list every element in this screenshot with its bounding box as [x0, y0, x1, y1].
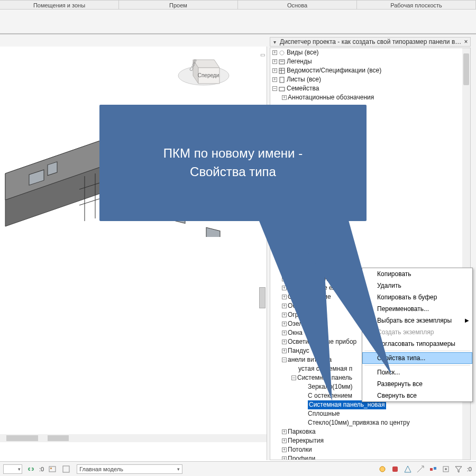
menu-type-properties[interactable]: Свойства типа... [362, 352, 472, 364]
tree-node[interactable]: Несущие ко ны [288, 274, 333, 283]
expand-icon[interactable]: + [272, 50, 277, 55]
tree-node[interactable]: Профили [288, 454, 315, 460]
status-icon[interactable] [442, 465, 450, 473]
menu-separator [364, 351, 470, 351]
expand-icon[interactable]: + [282, 429, 287, 434]
expand-icon[interactable]: + [282, 241, 287, 245]
viewcube-front-label: Спереди [198, 72, 219, 78]
editable-icon[interactable] [61, 464, 71, 474]
expand-icon[interactable]: + [282, 447, 287, 452]
menu-delete[interactable]: Удалить [362, 280, 472, 291]
tree-node[interactable]: Зеркало(10мм) [308, 382, 352, 391]
expand-icon[interactable]: + [282, 304, 287, 308]
menu-match-types[interactable]: Согласовать типоразмеры [362, 338, 472, 350]
menu-collapse-all[interactable]: Свернуть все [362, 390, 472, 401]
expand-icon[interactable]: + [282, 322, 287, 326]
svg-point-21 [280, 51, 284, 55]
expand-icon[interactable]: + [282, 456, 287, 460]
expand-icon[interactable]: + [272, 59, 277, 64]
tree-node[interactable]: Крыш [288, 248, 305, 257]
menu-copy[interactable]: Копировать [362, 268, 472, 280]
expand-icon[interactable]: + [282, 340, 287, 344]
panel-options-dropdown[interactable]: ▾ [270, 39, 279, 45]
schedule-icon [278, 67, 286, 75]
status-icon[interactable] [416, 465, 425, 473]
svg-rect-24 [279, 68, 285, 74]
expand-icon[interactable]: + [282, 295, 287, 299]
expand-icon[interactable]: + [282, 95, 287, 100]
tree-node[interactable]: Обобщенные ели [288, 283, 340, 292]
panel-title-text: Диспетчер проекта - как создать свой тип… [279, 38, 462, 45]
tree-node-curtain-panels[interactable]: анели витража [288, 355, 332, 364]
expand-icon[interactable]: + [272, 77, 277, 82]
collapse-icon[interactable]: – [282, 358, 287, 362]
expand-icon[interactable]: + [282, 313, 287, 317]
tree-node-sheets[interactable]: Листы (все) [287, 75, 321, 84]
expand-icon[interactable]: + [282, 286, 287, 290]
expand-icon[interactable]: + [282, 268, 287, 272]
svg-rect-37 [434, 467, 436, 470]
filter-icon[interactable] [454, 465, 463, 473]
svg-rect-36 [430, 468, 433, 471]
link-icon[interactable] [25, 464, 36, 474]
tree-node[interactable]: устая системная п [298, 364, 352, 373]
tree-node-system-panel[interactable]: Системная панель [297, 373, 352, 382]
tree-node-schedules[interactable]: Ведомости/Спецификации (все) [287, 66, 381, 75]
menu-separator [364, 365, 470, 365]
tree-node[interactable]: Перекрытия [288, 436, 324, 445]
tree-node[interactable]: Стекло(10мм)_привязка по центру [308, 418, 410, 427]
collapse-icon[interactable]: – [291, 376, 296, 380]
status-icon[interactable] [391, 465, 399, 473]
model-dropdown[interactable]: Главная модель▾ [77, 464, 182, 474]
status-icon[interactable] [429, 465, 437, 473]
menu-search[interactable]: Поиск... [362, 367, 472, 378]
tree-node[interactable]: Лестниц [288, 257, 312, 266]
status-dropdown[interactable]: ▾ [3, 464, 22, 474]
status-icon[interactable] [378, 465, 387, 473]
collapse-icon[interactable]: – [272, 86, 277, 91]
project-browser-titlebar[interactable]: ▾ Диспетчер проекта - как создать свой т… [270, 37, 471, 47]
tree-node[interactable]: Ограждение [288, 310, 324, 319]
expand-icon[interactable]: + [272, 68, 277, 73]
tree-node[interactable]: Коро [288, 239, 302, 248]
svg-point-39 [445, 468, 447, 470]
menu-expand-all[interactable]: Развернуть все [362, 378, 472, 390]
tree-node-annotations[interactable]: Аннотационные обозначения [288, 93, 374, 102]
tree-node-families[interactable]: Семейства [287, 84, 319, 93]
view-cube[interactable]: Спереди Слева [175, 39, 233, 97]
views-icon [278, 49, 286, 57]
tree-node[interactable]: С остеклением [308, 391, 352, 400]
tree-node[interactable]: Парковка [288, 427, 316, 436]
ribbon-label-rooms: Помещения и зоны [0, 1, 119, 9]
expand-icon[interactable]: + [282, 331, 287, 335]
tree-node[interactable]: Осветительные прибор [288, 337, 356, 346]
expand-icon[interactable]: + [282, 349, 287, 353]
annotation-callout: ПКМ по новому имени - Свойства типа [99, 105, 367, 221]
tree-node[interactable]: Озеленение [288, 319, 324, 328]
viewport-hscrollbar[interactable] [0, 434, 267, 442]
tree-node[interactable]: Сплошные [308, 409, 340, 418]
menu-select-all[interactable]: Выбрать все экземпляры▶ [362, 315, 472, 326]
tree-node-legends[interactable]: Легенды [287, 57, 312, 66]
tree-node[interactable]: Мебель [288, 266, 310, 274]
tree-node[interactable]: Окна [288, 328, 303, 337]
tree-node[interactable]: Пандус [288, 346, 309, 355]
viewport-resize-handle[interactable] [259, 287, 266, 308]
expand-icon[interactable]: + [282, 438, 287, 443]
menu-copy-clipboard[interactable]: Копировать в буфер [362, 291, 472, 303]
worksets-icon[interactable] [47, 464, 58, 474]
svg-point-34 [380, 466, 385, 472]
status-icon[interactable] [404, 465, 412, 473]
expand-icon[interactable]: + [282, 277, 287, 281]
viewport-maximize-icon[interactable]: ▭ [260, 52, 266, 57]
expand-icon[interactable]: + [282, 259, 287, 263]
sheet-icon [278, 76, 286, 84]
close-icon[interactable]: × [462, 38, 470, 45]
tree-node-views[interactable]: Виды (все) [287, 48, 319, 57]
tree-node[interactable]: Потолки [288, 445, 312, 454]
tree-node[interactable]: Образец [288, 301, 313, 310]
callout-line1: ПКМ по новому имени - [163, 144, 303, 163]
expand-icon[interactable]: + [282, 250, 287, 254]
menu-rename[interactable]: Переименовать... [362, 303, 472, 315]
tree-node[interactable]: Оборудование [288, 292, 331, 301]
